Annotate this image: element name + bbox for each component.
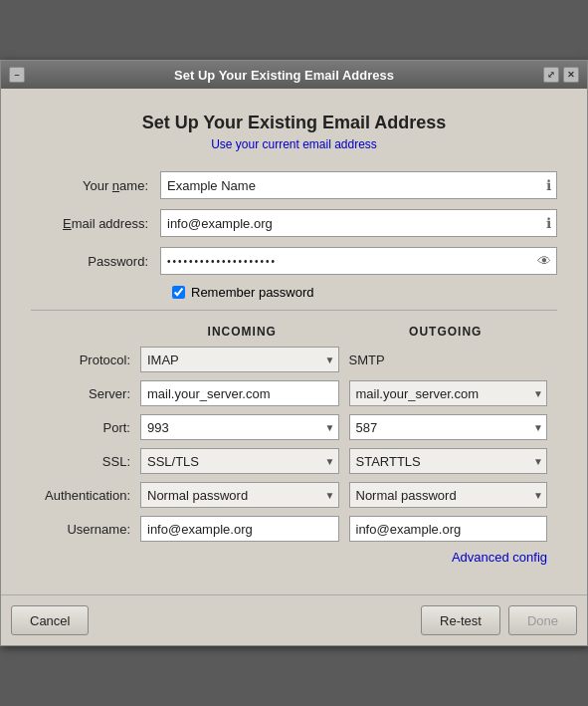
server-incoming-input[interactable] (140, 380, 339, 406)
auth-incoming-select[interactable]: Normal password OAuth2 Kerberos (140, 482, 339, 508)
main-content: Set Up Your Existing Email Address Use y… (1, 89, 587, 590)
protocol-incoming-select[interactable]: IMAP POP3 (140, 347, 339, 372)
protocol-outgoing-label: SMTP (349, 347, 385, 372)
right-buttons: Re-test Done (421, 605, 577, 635)
done-button[interactable]: Done (508, 605, 577, 635)
server-label: Server: (41, 386, 140, 401)
auth-incoming-wrapper: Normal password OAuth2 Kerberos ▼ (140, 482, 339, 508)
server-section: INCOMING OUTGOING Protocol: IMAP POP3 ▼ … (31, 325, 557, 565)
eye-icon[interactable]: 👁 (537, 253, 551, 269)
ssl-incoming-select[interactable]: SSL/TLS STARTTLS None (140, 448, 339, 474)
remember-password-label: Remember password (191, 285, 314, 300)
outgoing-header: OUTGOING (344, 325, 548, 339)
remember-password-row: Remember password (172, 285, 557, 300)
port-row: Port: ▼ ▼ (41, 414, 547, 440)
server-outgoing-wrapper: mail.your_server.com ▼ (349, 380, 548, 406)
remember-password-checkbox[interactable] (172, 286, 185, 299)
name-input-wrapper: ℹ (160, 171, 557, 199)
auth-row: Authentication: Normal password OAuth2 K… (41, 482, 547, 508)
username-fields (140, 516, 547, 542)
protocol-label: Protocol: (41, 353, 140, 367)
username-row: Username: (41, 516, 547, 542)
name-label: Your name: (31, 178, 160, 193)
port-label: Port: (41, 420, 140, 435)
port-incoming-input[interactable] (140, 414, 339, 440)
protocol-incoming-wrapper: IMAP POP3 ▼ (140, 347, 339, 372)
password-row: Password: 👁 (31, 247, 557, 275)
page-subtitle: Use your current email address (31, 137, 557, 151)
username-incoming-input[interactable] (140, 516, 339, 542)
titlebar: – Set Up Your Existing Email Address ⤢ ✕ (1, 61, 587, 89)
email-input-wrapper: ℹ (160, 209, 557, 237)
protocol-fields: IMAP POP3 ▼ SMTP (140, 347, 547, 372)
cancel-button[interactable]: Cancel (11, 605, 89, 635)
password-label: Password: (31, 254, 160, 269)
email-input[interactable] (160, 209, 557, 237)
server-fields: mail.your_server.com ▼ (140, 380, 547, 406)
port-outgoing-wrapper: ▼ (349, 414, 548, 440)
ssl-label: SSL: (41, 454, 140, 469)
auth-fields: Normal password OAuth2 Kerberos ▼ Normal… (140, 482, 547, 508)
ssl-outgoing-wrapper: STARTTLS SSL/TLS None ▼ (349, 448, 548, 474)
protocol-row: Protocol: IMAP POP3 ▼ SMTP (41, 347, 547, 372)
retest-button[interactable]: Re-test (421, 605, 500, 635)
auth-outgoing-wrapper: Normal password OAuth2 Kerberos ▼ (349, 482, 548, 508)
titlebar-right-controls: ⤢ ✕ (543, 67, 579, 83)
advanced-config-link[interactable]: Advanced config (41, 550, 547, 565)
main-window: – Set Up Your Existing Email Address ⤢ ✕… (0, 60, 588, 646)
info-icon-name: ℹ (546, 177, 551, 193)
username-outgoing-field (349, 516, 548, 542)
restore-button[interactable]: ⤢ (543, 67, 559, 83)
close-button[interactable]: ✕ (563, 67, 579, 83)
name-row: Your name: ℹ (31, 171, 557, 199)
port-outgoing-field: ▼ (349, 414, 548, 440)
titlebar-left-controls: – (9, 67, 25, 83)
section-divider (31, 310, 557, 311)
ssl-incoming-wrapper: SSL/TLS STARTTLS None ▼ (140, 448, 339, 474)
ssl-outgoing-select[interactable]: STARTTLS SSL/TLS None (349, 448, 548, 474)
page-title: Set Up Your Existing Email Address (31, 113, 557, 133)
server-row: Server: mail.your_server.com ▼ (41, 380, 547, 406)
port-incoming-wrapper: ▼ (140, 414, 339, 440)
minimize-button[interactable]: – (9, 67, 25, 83)
button-row: Cancel Re-test Done (1, 594, 587, 645)
incoming-header: INCOMING (140, 325, 344, 339)
name-input[interactable] (160, 171, 557, 199)
info-icon-email: ℹ (546, 215, 551, 231)
ssl-row: SSL: SSL/TLS STARTTLS None ▼ STARTTLS (41, 448, 547, 474)
username-outgoing-input[interactable] (349, 516, 548, 542)
port-fields: ▼ ▼ (140, 414, 547, 440)
auth-outgoing-select[interactable]: Normal password OAuth2 Kerberos (349, 482, 548, 508)
server-incoming-field (140, 380, 339, 406)
username-incoming-field (140, 516, 339, 542)
auth-label: Authentication: (41, 488, 140, 503)
port-outgoing-input[interactable] (349, 414, 548, 440)
ssl-fields: SSL/TLS STARTTLS None ▼ STARTTLS SSL/TLS… (140, 448, 547, 474)
username-label: Username: (41, 522, 140, 537)
server-header: INCOMING OUTGOING (140, 325, 547, 339)
email-label: Email address: (31, 216, 160, 231)
window-title: Set Up Your Existing Email Address (25, 68, 543, 83)
port-incoming-field: ▼ (140, 414, 339, 440)
server-outgoing-select[interactable]: mail.your_server.com (349, 380, 548, 406)
protocol-outgoing-field: SMTP (349, 347, 548, 372)
password-input-wrapper: 👁 (160, 247, 557, 275)
email-row: Email address: ℹ (31, 209, 557, 237)
password-input[interactable] (160, 247, 557, 275)
header-section: Set Up Your Existing Email Address Use y… (31, 113, 557, 151)
